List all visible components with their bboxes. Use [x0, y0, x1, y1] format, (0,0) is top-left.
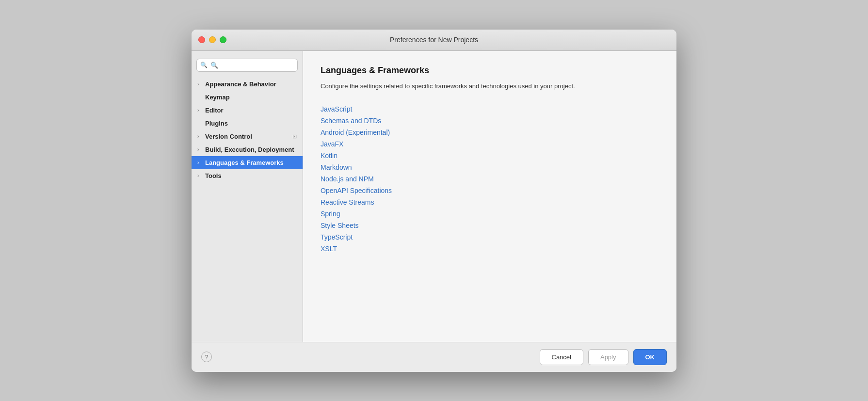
- framework-item-javascript[interactable]: JavaScript: [321, 104, 659, 114]
- framework-item-javafx[interactable]: JavaFX: [321, 139, 659, 149]
- chevron-right-icon: ›: [197, 160, 202, 165]
- chevron-right-icon: ›: [197, 81, 202, 87]
- sidebar-item-label: Appearance & Behavior: [205, 80, 276, 88]
- chevron-placeholder: [197, 95, 202, 100]
- framework-item-style-sheets[interactable]: Style Sheets: [321, 221, 659, 230]
- chevron-placeholder: [197, 121, 202, 126]
- panel-description: Configure the settings related to specif…: [321, 81, 659, 91]
- ok-button[interactable]: OK: [633, 349, 667, 365]
- footer-right: Cancel Apply OK: [540, 349, 667, 365]
- sidebar-item-label: Editor: [205, 107, 224, 114]
- sidebar-item-label: Version Control: [205, 133, 252, 140]
- search-icon: 🔍: [200, 62, 208, 68]
- footer-left: ?: [201, 352, 212, 362]
- maximize-button[interactable]: [220, 36, 226, 43]
- chevron-right-icon: ›: [197, 147, 202, 152]
- apply-button[interactable]: Apply: [588, 349, 628, 365]
- framework-list: JavaScript Schemas and DTDs Android (Exp…: [321, 104, 659, 254]
- sidebar-item-plugins[interactable]: Plugins: [192, 117, 303, 130]
- sidebar-item-appearance[interactable]: › Appearance & Behavior: [192, 78, 303, 91]
- panel-title: Languages & Frameworks: [321, 65, 659, 76]
- framework-item-xslt[interactable]: XSLT: [321, 244, 659, 254]
- sidebar-item-label: Plugins: [205, 120, 228, 127]
- framework-item-reactive-streams[interactable]: Reactive Streams: [321, 197, 659, 207]
- preferences-window: Preferences for New Projects 🔍 › Appeara…: [192, 30, 676, 372]
- framework-item-nodejs[interactable]: Node.js and NPM: [321, 174, 659, 184]
- content-area: 🔍 › Appearance & Behavior Keymap › Edito…: [192, 51, 676, 342]
- framework-item-typescript[interactable]: TypeScript: [321, 232, 659, 242]
- framework-item-openapi[interactable]: OpenAPI Specifications: [321, 186, 659, 195]
- sidebar-item-label: Keymap: [205, 94, 230, 101]
- framework-item-android[interactable]: Android (Experimental): [321, 128, 659, 137]
- sidebar-item-keymap[interactable]: Keymap: [192, 91, 303, 104]
- sidebar-item-label: Tools: [205, 172, 222, 179]
- sidebar-item-label: Languages & Frameworks: [205, 159, 284, 166]
- chevron-right-icon: ›: [197, 134, 202, 139]
- main-panel: Languages & Frameworks Configure the set…: [303, 51, 676, 342]
- titlebar: Preferences for New Projects: [192, 30, 676, 51]
- sidebar-item-version-control[interactable]: › Version Control ⊡: [192, 130, 303, 143]
- search-box: 🔍: [196, 59, 298, 72]
- traffic-lights: [198, 36, 226, 43]
- framework-item-spring[interactable]: Spring: [321, 209, 659, 219]
- chevron-right-icon: ›: [197, 108, 202, 113]
- framework-item-markdown[interactable]: Markdown: [321, 162, 659, 172]
- sidebar: 🔍 › Appearance & Behavior Keymap › Edito…: [192, 51, 303, 342]
- sidebar-item-editor[interactable]: › Editor: [192, 104, 303, 117]
- search-input[interactable]: [196, 59, 298, 72]
- chevron-right-icon: ›: [197, 173, 202, 178]
- footer: ? Cancel Apply OK: [192, 342, 676, 372]
- sidebar-item-build[interactable]: › Build, Execution, Deployment: [192, 143, 303, 156]
- window-title: Preferences for New Projects: [390, 36, 478, 44]
- sidebar-item-tools[interactable]: › Tools: [192, 169, 303, 182]
- sidebar-item-languages[interactable]: › Languages & Frameworks: [192, 156, 303, 169]
- close-button[interactable]: [198, 36, 205, 43]
- version-control-badge-icon: ⊡: [292, 133, 297, 140]
- help-button[interactable]: ?: [201, 352, 212, 362]
- framework-item-schemas-dtds[interactable]: Schemas and DTDs: [321, 116, 659, 126]
- sidebar-item-label: Build, Execution, Deployment: [205, 146, 294, 153]
- minimize-button[interactable]: [209, 36, 216, 43]
- cancel-button[interactable]: Cancel: [540, 349, 583, 365]
- framework-item-kotlin[interactable]: Kotlin: [321, 151, 659, 160]
